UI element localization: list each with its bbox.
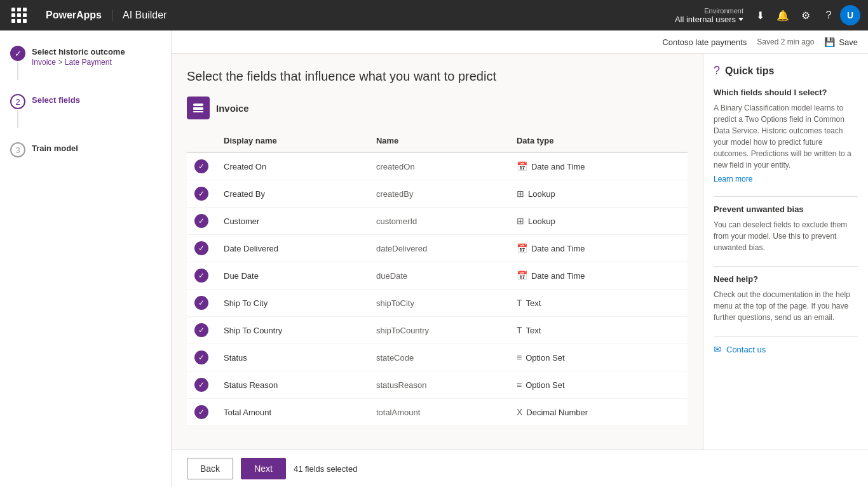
back-button[interactable]: Back [187,458,233,479]
contact-us-row[interactable]: ✉ Contact us [714,344,858,354]
datatype-label: Decimal Number [526,408,588,417]
tips-panel: ? Quick tips Which fields should I selec… [703,54,868,450]
environment-selector[interactable]: Environment All internal users [675,7,743,24]
row-data-type: 📅Date and Time [509,235,688,262]
project-name: Contoso late payments [662,37,747,47]
content-header: Contoso late payments Saved 2 min ago 💾 … [172,30,868,54]
datatype-label: Lookup [528,217,555,226]
table-row: ✓Ship To CountryshipToCountryTText [187,317,688,344]
waffle-icon [11,8,27,23]
divider-3 [714,336,858,337]
row-api-name: shipToCity [369,290,509,317]
datatype-label: Date and Time [531,244,585,253]
row-checkbox[interactable]: ✓ [194,378,208,392]
row-check-cell: ✓ [187,290,216,317]
row-data-type: TText [509,290,688,317]
sidebar: ✓ Select historic outcome Invoice > Late… [0,30,172,487]
form-title: Select the fields that influence what yo… [187,69,688,84]
datatype-icon: 📅 [517,161,527,171]
step-1-subtitle: Invoice > Late Payment [32,58,125,67]
row-api-name: totalAmount [369,399,509,426]
settings-icon[interactable]: ⚙ [794,4,817,27]
row-data-type: ≡Option Set [509,371,688,399]
table-row: ✓Due DatedueDate📅Date and Time [187,262,688,290]
row-api-name: createdBy [369,180,509,208]
row-api-name: dateDelivered [369,235,509,262]
sidebar-step-2: 2 Select fields [10,94,161,130]
step-2-title: Select fields [32,95,80,105]
tips-section-3-title: Need help? [714,274,858,284]
avatar[interactable]: U [840,5,860,25]
step-indicator-3: 3 [10,142,25,157]
table-row: ✓Total AmounttotalAmountXDecimal Number [187,399,688,426]
row-checkbox[interactable]: ✓ [194,269,208,283]
row-display-name: Status [216,344,369,371]
row-display-name: Total Amount [216,399,369,426]
row-data-type: 📅Date and Time [509,152,688,180]
next-button[interactable]: Next [241,458,286,479]
row-display-name: Ship To City [216,290,369,317]
datatype-label: Text [526,326,541,335]
row-checkbox[interactable]: ✓ [194,296,208,310]
learn-more-link[interactable]: Learn more [714,175,858,183]
row-check-cell: ✓ [187,317,216,344]
contact-us-link[interactable]: Contact us [726,345,766,354]
fields-table: Display name Name Data type ✓Created Onc… [187,130,688,426]
row-api-name: dueDate [369,262,509,290]
col-check [187,130,216,152]
top-navigation: PowerApps AI Builder Environment All int… [0,0,868,30]
datatype-icon: 📅 [517,270,527,281]
app-name[interactable]: PowerApps [36,10,112,21]
row-checkbox[interactable]: ✓ [194,187,208,201]
section-name: AI Builder [123,10,166,21]
row-api-name: shipToCountry [369,317,509,344]
row-check-cell: ✓ [187,208,216,235]
datatype-icon: ≡ [517,380,522,390]
help-icon[interactable]: ? [817,4,840,27]
tips-section-1-body: A Binary Classification model learns to … [714,102,858,171]
save-button[interactable]: 💾 Save [824,37,858,47]
download-icon[interactable]: ⬇ [749,4,771,27]
notification-icon[interactable]: 🔔 [771,4,794,27]
tips-section-bias: Prevent unwanted bias You can deselect f… [714,204,858,253]
row-check-cell: ✓ [187,399,216,426]
row-checkbox[interactable]: ✓ [194,241,208,255]
email-icon: ✉ [714,344,721,354]
row-checkbox[interactable]: ✓ [194,214,208,228]
row-checkbox[interactable]: ✓ [194,350,208,364]
divider-1 [714,196,858,197]
datatype-label: Option Set [526,353,564,363]
row-checkbox[interactable]: ✓ [194,159,208,173]
waffle-menu[interactable] [8,4,31,27]
row-api-name: createdOn [369,152,509,180]
breadcrumb-separator: > [58,58,64,67]
table-row: ✓Created OncreatedOn📅Date and Time [187,152,688,180]
table-row: ✓StatusstateCode≡Option Set [187,344,688,371]
step-circle-2: 2 [10,94,25,109]
form-area: Select the fields that influence what yo… [172,54,703,450]
step-content-1: Select historic outcome Invoice > Late P… [32,46,125,67]
step-circle-3: 3 [10,142,25,157]
tips-section-which-fields: Which fields should I select? A Binary C… [714,88,858,183]
datatype-label: Text [526,298,541,308]
sidebar-step-3: 3 Train model [10,142,161,157]
tips-title: Quick tips [725,65,774,77]
row-api-name: customerId [369,208,509,235]
row-check-cell: ✓ [187,371,216,399]
invoice-link[interactable]: Invoice [32,58,56,67]
row-display-name: Created On [216,152,369,180]
step-3-title: Train model [32,143,78,153]
late-payment-link[interactable]: Late Payment [65,58,112,67]
row-display-name: Customer [216,208,369,235]
sidebar-step-1: ✓ Select historic outcome Invoice > Late… [10,46,161,81]
row-check-cell: ✓ [187,235,216,262]
datatype-icon: T [517,325,522,335]
tips-section-2-title: Prevent unwanted bias [714,204,858,214]
row-data-type: XDecimal Number [509,399,688,426]
row-check-cell: ✓ [187,262,216,290]
row-checkbox[interactable]: ✓ [194,323,208,337]
saved-status: Saved 2 min ago [757,37,814,46]
table-row: ✓Created BycreatedBy⊞Lookup [187,180,688,208]
row-data-type: ⊞Lookup [509,180,688,208]
row-checkbox[interactable]: ✓ [194,405,208,419]
